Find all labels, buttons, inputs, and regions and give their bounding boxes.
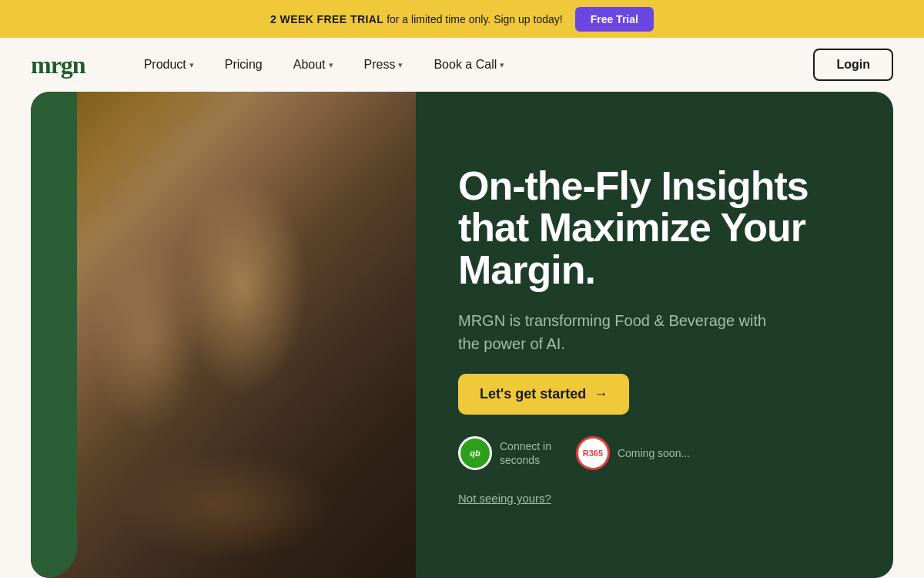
- r365-badge: R365: [576, 436, 610, 470]
- r365-label: Coming soon...: [618, 446, 690, 460]
- navbar: mrgn Product ▾ Pricing About ▾ Press ▾ B…: [0, 38, 924, 92]
- banner-highlight: 2 WEEK FREE TRIAL: [270, 13, 383, 25]
- nav-item-book-call[interactable]: Book a Call ▾: [421, 52, 517, 78]
- chevron-down-icon: ▾: [398, 60, 403, 70]
- hero-cta-arrow: →: [594, 386, 608, 402]
- integration-r365: R365 Coming soon...: [576, 436, 690, 470]
- hero-arch-decoration: [31, 92, 77, 578]
- quickbooks-label: Connect in seconds: [500, 439, 551, 467]
- hero-headline: On-the-Fly Insights that Maximize Your M…: [458, 165, 851, 291]
- promo-banner: 2 WEEK FREE TRIAL for a limited time onl…: [0, 0, 924, 38]
- chevron-down-icon: ▾: [500, 60, 504, 70]
- chevron-down-icon: ▾: [189, 60, 194, 70]
- hero-section: On-the-Fly Insights that Maximize Your M…: [31, 92, 893, 578]
- logo[interactable]: mrgn: [31, 51, 85, 79]
- photo-overlay: [31, 92, 416, 578]
- not-seeing-link[interactable]: Not seeing yours?: [458, 492, 851, 505]
- nav-item-pricing[interactable]: Pricing: [213, 52, 275, 78]
- quickbooks-badge: qb: [458, 436, 492, 470]
- banner-text: 2 WEEK FREE TRIAL for a limited time onl…: [270, 13, 563, 25]
- free-trial-button[interactable]: Free Trial: [575, 7, 654, 32]
- hero-subtext: MRGN is transforming Food & Beverage wit…: [458, 309, 782, 355]
- integration-quickbooks: qb Connect in seconds: [458, 436, 551, 470]
- hero-image: [31, 92, 416, 578]
- hero-content: On-the-Fly Insights that Maximize Your M…: [416, 92, 893, 578]
- nav-item-press[interactable]: Press ▾: [352, 52, 416, 78]
- login-button[interactable]: Login: [813, 49, 893, 81]
- chevron-down-icon: ▾: [329, 60, 333, 70]
- integrations-row: qb Connect in seconds R365 Coming soon..…: [458, 436, 851, 470]
- hero-cta-button[interactable]: Let's get started →: [458, 374, 629, 415]
- hero-cta-label: Let's get started: [480, 386, 586, 402]
- nav-links: Product ▾ Pricing About ▾ Press ▾ Book a…: [132, 52, 814, 78]
- hero-photo-bg: [31, 92, 416, 578]
- nav-item-product[interactable]: Product ▾: [132, 52, 206, 78]
- banner-subtext: for a limited time only. Sign up today!: [387, 13, 563, 25]
- nav-item-about[interactable]: About ▾: [281, 52, 346, 78]
